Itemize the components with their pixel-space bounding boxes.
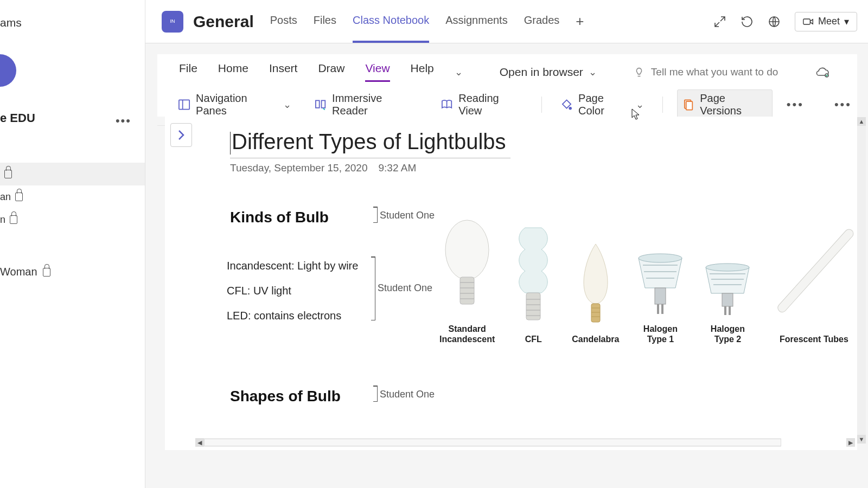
candelabra-bulb-icon (579, 239, 612, 331)
fluorescent-tube-icon (768, 217, 857, 331)
meet-button[interactable]: Meet ▾ (795, 12, 857, 31)
separator (541, 97, 542, 113)
vertical-scrollbar[interactable]: ▲ ▼ (857, 117, 866, 444)
page-canvas[interactable]: Different Types of Lightbulbs Tuesday, S… (165, 117, 857, 450)
scroll-right-button[interactable]: ▶ (846, 438, 855, 447)
chevron-right-icon (177, 130, 186, 140)
author-bracket (370, 386, 378, 402)
immersive-reader-icon (314, 98, 327, 111)
ribbon-tab-file[interactable]: File (179, 62, 197, 82)
svg-rect-3 (179, 100, 189, 109)
ribbon-tab-insert[interactable]: Insert (269, 62, 298, 82)
author-label: Student One (380, 210, 435, 221)
svg-rect-13 (657, 304, 659, 314)
chevron-down-icon: ▾ (844, 16, 849, 28)
svg-rect-17 (724, 306, 726, 315)
svg-point-4 (569, 107, 571, 110)
lock-icon (10, 215, 17, 224)
tab-class-notebook[interactable]: Class Notebook (353, 0, 429, 43)
more-options-icon[interactable]: ••• (787, 98, 804, 112)
tab-posts[interactable]: Posts (270, 0, 297, 43)
reading-view-icon (441, 98, 453, 111)
chevron-down-icon: ⌄ (283, 99, 291, 111)
ribbon-tab-draw[interactable]: Draw (318, 62, 344, 82)
tab-assignments[interactable]: Assignments (445, 0, 508, 43)
author-label: Student One (378, 282, 432, 294)
expand-icon[interactable] (713, 15, 726, 28)
globe-icon[interactable] (768, 15, 781, 28)
svg-rect-14 (661, 304, 663, 314)
separator (662, 97, 663, 113)
channel-item[interactable]: n (0, 208, 145, 231)
svg-point-15 (706, 264, 749, 271)
halogen1-bulb-icon (633, 250, 687, 320)
svg-point-7 (445, 220, 489, 280)
onenote-ribbon: File Home Insert Draw View Help ⌄ Open i… (157, 54, 857, 117)
note-line[interactable]: LED: contains electrons (227, 310, 341, 322)
svg-rect-19 (776, 227, 856, 313)
svg-rect-8 (460, 277, 474, 304)
lock-icon (43, 268, 50, 277)
channel-header: IN General Posts Files Class Notebook As… (145, 0, 868, 43)
page-timestamp: Tuesday, September 15, 20209:32 AM (230, 162, 416, 174)
tell-me-input[interactable] (651, 66, 781, 78)
author-bracket (368, 256, 375, 320)
page-color-icon (560, 98, 573, 111)
svg-rect-6 (686, 101, 693, 110)
bulbs-figure: Standard Incandescent CFL Candelabra (439, 203, 857, 344)
navigation-panes-button[interactable]: Navigation Panes ⌄ (174, 90, 296, 119)
svg-rect-16 (722, 293, 733, 306)
ribbon-tab-view[interactable]: View (365, 62, 390, 82)
channel-item[interactable]: an (0, 185, 145, 208)
sidebar-heading: ams (0, 16, 22, 29)
chevron-down-icon: ⌄ (589, 66, 597, 78)
channel-item[interactable] (0, 163, 145, 185)
immersive-reader-button[interactable]: Immersive Reader (310, 90, 422, 119)
tab-grades[interactable]: Grades (524, 0, 560, 43)
heading-kinds[interactable]: Kinds of Bulb (230, 209, 329, 226)
svg-rect-1 (803, 19, 810, 24)
refresh-icon[interactable] (741, 15, 754, 28)
note-line[interactable]: Incandescent: Light by wire (227, 260, 358, 272)
channel-title: General (193, 12, 254, 31)
reading-view-button[interactable]: Reading View (436, 90, 527, 119)
lightbulb-icon (634, 67, 644, 78)
page-versions-button[interactable]: Page Versions (677, 89, 773, 120)
overflow-icon[interactable]: ••• (834, 98, 852, 112)
page-versions-icon (682, 98, 694, 111)
lock-icon (4, 170, 12, 178)
team-more-icon[interactable]: ••• (116, 114, 131, 128)
open-in-browser-button[interactable]: Open in browser ⌄ (500, 66, 597, 79)
scroll-track[interactable] (204, 439, 781, 446)
horizontal-scrollbar[interactable]: ◀ (195, 438, 781, 447)
page-color-button[interactable]: Page Color ⌄ (556, 90, 648, 119)
team-name[interactable]: e EDU (0, 111, 35, 125)
svg-rect-18 (729, 306, 731, 315)
channel-item[interactable]: Woman (0, 266, 50, 278)
note-line[interactable]: CFL: UV light (227, 285, 291, 297)
scroll-up-button[interactable]: ▲ (857, 117, 866, 126)
incandescent-bulb-icon (443, 212, 492, 320)
chevron-down-icon: ⌄ (636, 99, 644, 111)
heading-shapes[interactable]: Shapes of Bulb (230, 388, 341, 405)
cloud-sync-icon[interactable] (815, 66, 830, 78)
ribbon-tab-help[interactable]: Help (411, 62, 434, 82)
team-avatar[interactable] (0, 54, 16, 87)
video-icon (803, 17, 814, 26)
ribbon-tab-home[interactable]: Home (218, 62, 248, 82)
svg-rect-10 (591, 304, 600, 322)
scroll-down-button[interactable]: ▼ (857, 435, 866, 444)
author-bracket (370, 207, 378, 223)
tab-files[interactable]: Files (314, 0, 336, 43)
scroll-left-button[interactable]: ◀ (195, 438, 204, 447)
add-tab-button[interactable]: + (576, 13, 584, 30)
expand-nav-button[interactable] (170, 123, 192, 147)
lock-icon (15, 192, 23, 201)
ribbon-more-chevron[interactable]: ⌄ (455, 66, 463, 78)
author-label: Student One (380, 389, 435, 400)
page-title[interactable]: Different Types of Lightbulbs (230, 130, 510, 158)
cfl-bulb-icon (509, 217, 558, 331)
channel-avatar: IN (162, 11, 183, 33)
svg-point-11 (639, 254, 682, 262)
panes-icon (178, 98, 190, 111)
